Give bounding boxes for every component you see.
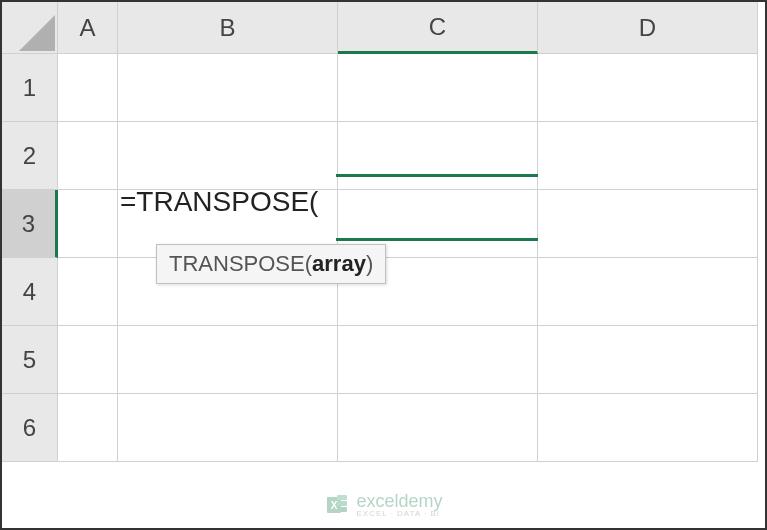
- watermark: X exceldemy EXCEL · DATA · BI: [324, 492, 442, 518]
- tooltip-argument[interactable]: array: [312, 251, 366, 276]
- cell-d3[interactable]: [538, 190, 758, 258]
- cell-d6[interactable]: [538, 394, 758, 462]
- row-header-1[interactable]: 1: [2, 54, 58, 122]
- row-header-5[interactable]: 5: [2, 326, 58, 394]
- tooltip-func-name: TRANSPOSE(: [169, 251, 312, 276]
- cell-a6[interactable]: [58, 394, 118, 462]
- row-header-3[interactable]: 3: [2, 190, 58, 258]
- cell-d2[interactable]: [538, 122, 758, 190]
- col-header-d[interactable]: D: [538, 2, 758, 54]
- excel-logo-icon: X: [324, 493, 348, 517]
- svg-rect-2: [336, 501, 346, 506]
- cell-c2[interactable]: [338, 122, 538, 190]
- cell-b1[interactable]: [118, 54, 338, 122]
- col-header-c[interactable]: C: [338, 2, 538, 54]
- cell-d1[interactable]: [538, 54, 758, 122]
- watermark-tagline: EXCEL · DATA · BI: [356, 510, 442, 518]
- formula-tooltip[interactable]: TRANSPOSE(array): [156, 244, 386, 284]
- cell-d5[interactable]: [538, 326, 758, 394]
- cell-c5[interactable]: [338, 326, 538, 394]
- svg-rect-1: [336, 495, 346, 500]
- row-header-4[interactable]: 4: [2, 258, 58, 326]
- select-all-triangle-icon: [19, 15, 55, 51]
- selection-border-top: [336, 174, 538, 177]
- col-header-b[interactable]: B: [118, 2, 338, 54]
- selection-border-bottom: [336, 238, 538, 241]
- cell-b2[interactable]: [118, 122, 338, 190]
- cell-c1[interactable]: [338, 54, 538, 122]
- cell-a5[interactable]: [58, 326, 118, 394]
- cell-b5[interactable]: [118, 326, 338, 394]
- col-header-a[interactable]: A: [58, 2, 118, 54]
- cell-a3[interactable]: [58, 190, 118, 258]
- svg-text:X: X: [330, 500, 337, 511]
- row-header-6[interactable]: 6: [2, 394, 58, 462]
- select-all-corner[interactable]: [2, 2, 58, 54]
- spreadsheet-grid: A B C D 1 2 3 4 5 6: [2, 2, 765, 462]
- tooltip-close-paren: ): [366, 251, 373, 276]
- cell-c6[interactable]: [338, 394, 538, 462]
- formula-edit-text[interactable]: =TRANSPOSE(: [120, 186, 318, 218]
- cell-a2[interactable]: [58, 122, 118, 190]
- cell-a4[interactable]: [58, 258, 118, 326]
- svg-rect-3: [336, 507, 346, 512]
- cell-a1[interactable]: [58, 54, 118, 122]
- row-header-2[interactable]: 2: [2, 122, 58, 190]
- watermark-brand: exceldemy: [356, 492, 442, 510]
- cell-d4[interactable]: [538, 258, 758, 326]
- cell-b6[interactable]: [118, 394, 338, 462]
